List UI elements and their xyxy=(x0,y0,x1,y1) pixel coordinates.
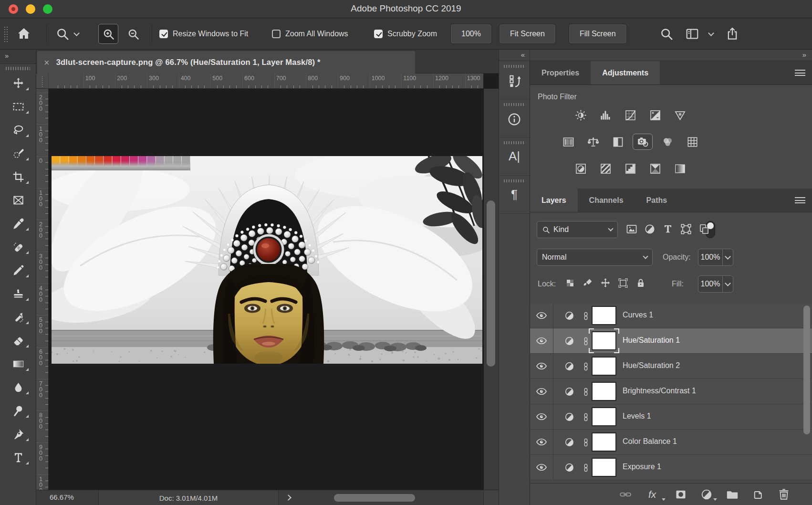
lock-transparency-button[interactable] xyxy=(564,277,576,289)
layer-visibility-toggle[interactable] xyxy=(530,404,553,429)
eyedropper-tool[interactable] xyxy=(0,212,36,235)
opacity-chevron-icon[interactable] xyxy=(722,249,733,265)
status-doc-size[interactable]: Doc: 3.01M/4.01M xyxy=(98,490,279,505)
collapse-panels-icon[interactable]: » xyxy=(530,50,812,61)
lasso-tool[interactable] xyxy=(0,118,36,142)
layer-mask-thumbnail[interactable] xyxy=(592,306,616,325)
layer-mask-thumbnail[interactable] xyxy=(592,407,616,426)
home-icon[interactable] xyxy=(16,26,31,42)
checkbox-resize-windows[interactable]: Resize Windows to Fit xyxy=(159,18,248,50)
toolbar-expand-icon[interactable]: » xyxy=(0,50,36,64)
adjustment-layer-icon[interactable] xyxy=(564,462,575,473)
lock-all-button[interactable] xyxy=(635,277,646,289)
adjustment-posterize-button[interactable] xyxy=(595,160,615,177)
adjustment-layer-icon[interactable] xyxy=(564,361,575,372)
adjustment-layer-icon[interactable] xyxy=(564,310,575,321)
layer-visibility-toggle[interactable] xyxy=(530,303,553,328)
mask-link-icon[interactable] xyxy=(581,361,591,372)
adjustment-levels-button[interactable] xyxy=(595,107,615,123)
dodge-tool[interactable] xyxy=(0,399,36,422)
kind-filter-select[interactable]: Kind xyxy=(537,221,618,238)
toolbar-grip[interactable] xyxy=(6,66,30,72)
quick-selection-tool[interactable] xyxy=(0,142,36,165)
layer-row[interactable]: Exposure 1 xyxy=(530,455,812,480)
delete-layer-button[interactable] xyxy=(777,488,791,501)
link-layers-button[interactable] xyxy=(619,488,632,501)
lock-artboard-button[interactable] xyxy=(617,277,629,289)
layer-row[interactable]: Curves 1 xyxy=(530,303,812,328)
layer-row[interactable]: Hue/Saturation 2 xyxy=(530,354,812,379)
tab-paths[interactable]: Paths xyxy=(635,189,679,212)
tab-channels[interactable]: Channels xyxy=(578,189,635,212)
adjustment-channel-mixer-button[interactable] xyxy=(657,134,677,150)
mask-link-icon[interactable] xyxy=(581,462,591,473)
close-tab-icon[interactable]: × xyxy=(44,58,50,67)
layer-effects-button[interactable]: fx xyxy=(648,488,662,501)
workspace-panel-icon[interactable] xyxy=(685,27,699,41)
layer-row[interactable]: Levels 1 xyxy=(530,404,812,430)
filter-smart-objects-button[interactable] xyxy=(698,223,710,235)
checkbox-zoom-all[interactable]: Zoom All Windows xyxy=(272,18,348,50)
zoom-out-button[interactable] xyxy=(123,24,143,44)
filter-pixel-layers-button[interactable] xyxy=(625,223,638,235)
adjustment-threshold-button[interactable] xyxy=(620,160,640,177)
adjustment-layer-icon[interactable] xyxy=(564,411,575,422)
filter-type-layers-button[interactable] xyxy=(662,223,674,235)
layer-visibility-toggle[interactable] xyxy=(530,379,553,404)
layer-mask-thumbnail[interactable] xyxy=(592,432,616,452)
layer-visibility-toggle[interactable] xyxy=(530,354,553,379)
tab-layers[interactable]: Layers xyxy=(530,189,578,212)
zoom-tool-icon[interactable] xyxy=(55,27,70,41)
adjustment-gradient-map-button[interactable] xyxy=(670,160,690,177)
eraser-tool[interactable] xyxy=(0,329,36,352)
layer-visibility-toggle[interactable] xyxy=(530,455,553,480)
new-group-button[interactable] xyxy=(726,488,739,501)
zoom-all-windows-checkbox[interactable] xyxy=(272,30,281,38)
paragraph-panel-button[interactable]: ¶ xyxy=(499,176,530,214)
status-chevron-icon[interactable] xyxy=(285,494,291,501)
layer-name[interactable]: Levels 1 xyxy=(623,412,651,421)
adjustment-color-lookup-button[interactable] xyxy=(682,134,702,150)
lock-position-button[interactable] xyxy=(600,277,611,289)
layer-name[interactable]: Color Balance 1 xyxy=(623,437,677,446)
vertical-scrollbar-track[interactable] xyxy=(483,89,499,490)
type-tool[interactable] xyxy=(0,446,36,469)
layer-row[interactable]: Hue/Saturation 1 xyxy=(530,328,812,354)
pencil-tool[interactable] xyxy=(0,259,36,282)
zoom-in-button[interactable] xyxy=(98,24,118,44)
blend-mode-select[interactable]: Normal xyxy=(537,249,653,266)
tool-preset-chevron-icon[interactable] xyxy=(73,30,80,36)
status-zoom-field[interactable]: 66.67% xyxy=(50,493,74,501)
rectangular-marquee-tool[interactable] xyxy=(0,95,36,118)
collapse-dock-icon[interactable]: « xyxy=(499,50,530,61)
history-brush-tool[interactable] xyxy=(0,305,36,329)
horizontal-scrollbar-thumb[interactable] xyxy=(334,494,415,502)
opacity-field[interactable]: 100% xyxy=(698,249,733,266)
layer-name[interactable]: Hue/Saturation 2 xyxy=(623,361,680,370)
fit-screen-button[interactable]: Fit Screen xyxy=(499,24,556,44)
adjustment-layer-icon[interactable] xyxy=(564,386,575,397)
canvas[interactable]: 20010001002003004005006007008009001000 xyxy=(36,89,483,490)
layer-name[interactable]: Exposure 1 xyxy=(623,463,661,471)
lock-paint-button[interactable] xyxy=(582,277,593,289)
character-panel-button[interactable]: A| xyxy=(499,137,530,176)
mask-link-icon[interactable] xyxy=(581,386,591,398)
fill-field[interactable]: 100% xyxy=(698,275,733,293)
layer-mask-thumbnail[interactable] xyxy=(592,382,616,401)
layer-name[interactable]: Hue/Saturation 1 xyxy=(623,336,680,345)
filter-shape-layers-button[interactable] xyxy=(680,223,692,235)
horizontal-ruler[interactable]: 1002003004005006007008009001000110012001… xyxy=(49,74,483,89)
zoom-100-button[interactable]: 100% xyxy=(450,24,492,44)
mask-link-icon[interactable] xyxy=(581,310,591,322)
options-bar-grip[interactable] xyxy=(4,26,9,42)
vertical-scrollbar-thumb[interactable] xyxy=(487,200,495,367)
move-tool[interactable] xyxy=(0,72,36,95)
adjustment-layer-icon[interactable] xyxy=(564,437,575,448)
clone-stamp-tool[interactable] xyxy=(0,282,36,305)
layer-visibility-toggle[interactable] xyxy=(530,328,553,353)
adjustments-menu-icon[interactable] xyxy=(795,70,805,76)
scrubby-zoom-checkbox[interactable] xyxy=(374,30,383,38)
add-layer-mask-button[interactable] xyxy=(674,488,687,501)
document-image[interactable] xyxy=(52,156,482,364)
adjustment-layer-icon[interactable] xyxy=(564,336,575,347)
